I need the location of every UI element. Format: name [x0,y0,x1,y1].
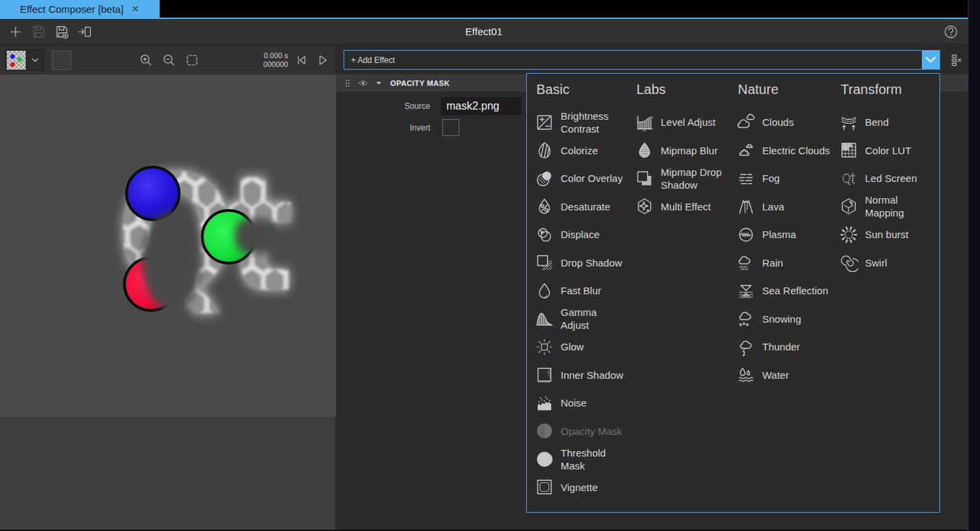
effect-item-swirl[interactable]: Swirl [839,249,939,277]
effect-item-label: Bend [865,116,889,129]
effect-item-multi-effect[interactable]: Multi Effect [635,193,737,221]
effect-item-brightness-contrast[interactable]: Brightness Contrast [535,108,635,137]
main-toolbar: Effect01 [0,19,968,45]
effect-item-water[interactable]: Water [737,361,839,390]
fog-icon [737,169,755,188]
effect-item-mipmap-drop-shadow[interactable]: Mipmap Drop Shadow [635,164,737,193]
collapse-caret-icon[interactable] [373,78,384,89]
fast-blur-icon [535,281,554,300]
effect-item-rain[interactable]: Rain [737,249,839,277]
restart-button[interactable] [294,53,309,68]
normal-mapping-icon [839,197,858,216]
preview-toolbar: 0.000 s 000000 [0,45,335,74]
effect-item-normal-mapping[interactable]: Normal Mapping [839,193,939,221]
effect-item-label: Thunder [762,340,800,353]
zoom-out-button[interactable] [162,53,177,68]
desaturate-icon [535,197,554,216]
popup-column-labs: LabsLevel AdjustMipmap BlurMipmap Drop S… [635,82,737,221]
invert-property-row: Invert [336,119,459,136]
popup-column-title: Nature [738,82,839,97]
assign-to-item-button[interactable] [76,24,93,40]
help-button[interactable] [943,24,959,40]
effect-item-snowing[interactable]: Snowing [737,305,839,333]
effect-item-color-lut[interactable]: Color LUT [839,137,939,165]
zoom-in-button[interactable] [139,53,154,68]
add-effect-label: + Add Effect [344,55,922,65]
effect-item-label: Swirl [865,256,887,269]
drag-handle-icon[interactable] [342,78,353,89]
color-overlay-icon [535,169,554,188]
preview-image-select[interactable] [5,49,44,71]
effect-item-displace[interactable]: Displace [535,221,635,249]
water-icon [737,365,755,384]
effect-item-label: Plasma [762,228,796,241]
play-button[interactable] [315,53,330,68]
tab-effect-composer[interactable]: Effect Composer [beta] [0,0,160,18]
vignette-icon [535,478,554,497]
preview-image-thumbnail [7,51,26,70]
effect-item-drop-shadow[interactable]: Drop Shadow [535,249,635,277]
remove-all-effects-button[interactable] [948,52,964,68]
popup-column-transform: TransformBendColor LUTLed ScreenNormal M… [839,82,939,277]
fit-to-view-button[interactable] [185,53,200,68]
brightness-contrast-icon [535,113,554,132]
effect-item-color-overlay[interactable]: Color Overlay [535,164,635,193]
effect-item-clouds[interactable]: Clouds [737,108,839,137]
effect-item-label: Sea Reflection [762,284,829,297]
popup-column-nature: NatureCloudsElectric CloudsFogLavaPlasma… [737,82,839,389]
effect-item-label: Color LUT [865,144,911,157]
effect-item-noise[interactable]: Noise [535,389,635,417]
effect-item-label: Lava [762,200,785,213]
effect-item-plasma[interactable]: Plasma [737,221,839,249]
sea-reflection-icon [737,281,755,300]
invert-label: Invert [336,123,441,133]
source-property-row: Source [336,97,521,115]
effect-item-opacity-mask: Opacity Mask [535,417,635,446]
effect-item-bend[interactable]: Bend [839,108,939,137]
effect-item-sea-reflection[interactable]: Sea Reflection [737,277,839,305]
effect-item-level-adjust[interactable]: Level Adjust [635,108,737,137]
effect-item-desaturate[interactable]: Desaturate [535,193,635,221]
effect-item-lava[interactable]: Lava [737,193,839,221]
tab-close-icon[interactable] [131,4,140,14]
effect-item-label: Snowing [762,313,801,325]
effect-item-colorize[interactable]: Colorize [535,137,635,165]
add-composition-button[interactable] [7,24,24,40]
effect-item-electric-clouds[interactable]: Electric Clouds [737,137,839,165]
lava-icon [737,197,755,216]
screen: Effect Composer [beta] Effect01 [0,0,980,531]
effect-item-glow[interactable]: Glow [535,333,635,361]
effect-item-label: Inner Shadow [561,369,624,382]
drop-shadow-icon [535,253,554,272]
source-input[interactable] [441,97,521,115]
opacity-mask-icon [535,421,554,440]
effect-item-sun-burst[interactable]: Sun burst [839,221,939,249]
add-effect-dropdown[interactable]: + Add Effect [344,50,940,70]
effect-item-label: Color Overlay [561,172,623,185]
window-edge [968,0,980,531]
effect-item-threshold-mask[interactable]: Threshold Mask [535,445,635,474]
displace-icon [535,225,554,244]
time-seconds: 0.000 s [263,51,288,60]
composition-title: Effect01 [0,26,968,37]
effect-item-label: Threshold Mask [561,446,606,472]
preview-pane: 0.000 s 000000 [0,45,336,530]
effect-item-vignette[interactable]: Vignette [535,474,635,502]
effect-item-label: Vignette [561,481,598,494]
time-frames: 000000 [263,60,288,69]
effect-item-inner-shadow[interactable]: Inner Shadow [535,361,635,390]
effect-item-thunder[interactable]: Thunder [737,333,839,361]
effect-item-gamma-adjust[interactable]: Gamma Adjust [535,305,635,333]
visibility-eye-icon[interactable] [358,78,369,89]
glow-icon [535,338,554,356]
effect-item-fog[interactable]: Fog [737,164,839,193]
preview-color-swatch[interactable] [52,51,71,70]
save-as-button[interactable] [53,24,70,40]
effect-item-label: Mipmap Drop Shadow [661,166,722,191]
save-button[interactable] [30,24,47,40]
effect-item-fast-blur[interactable]: Fast Blur [535,277,635,305]
sun-burst-icon [839,225,858,244]
invert-checkbox[interactable] [442,119,459,136]
effect-item-mipmap-blur[interactable]: Mipmap Blur [635,137,737,165]
effect-item-led-screen[interactable]: Led Screen [839,164,939,193]
